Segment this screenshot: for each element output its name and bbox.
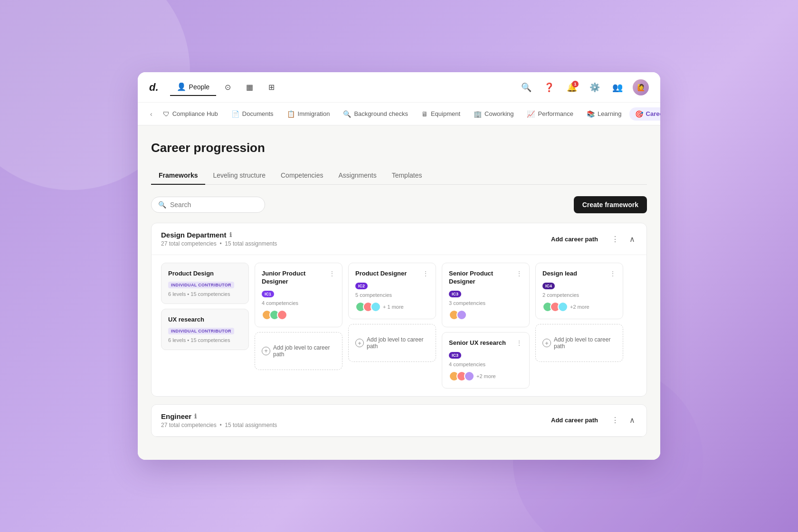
job-sux-title: Senior UX research [449,339,516,347]
job-junior-pd-menu[interactable]: ⋮ [329,270,335,277]
background-icon: 🔍 [343,110,351,118]
ic-badge-spd: IC3 [449,291,461,297]
col-job-3: Senior Product Designer ⋮ IC3 3 competen… [442,263,530,389]
nav-people[interactable]: 👤 People [170,78,217,96]
tab-assignments[interactable]: Assignments [331,167,384,185]
col-job-4: Design lead ⋮ IC4 2 competencies +2 more [535,263,623,389]
dept-engineer-collapse[interactable]: ∧ [627,414,637,427]
job-junior-pd: Junior Product Designer ⋮ IC1 4 competen… [255,263,342,327]
ic-badge-dl: IC4 [542,283,555,289]
sub-nav-background[interactable]: 🔍 Background checks [337,107,413,121]
tab-frameworks[interactable]: Frameworks [151,167,205,185]
job-pd-title: Product Designer [355,270,422,278]
dept-engineer-actions: Add career path ⋮ ∧ [546,414,637,427]
job-dl-more: +2 more [570,304,589,310]
tab-leveling[interactable]: Leveling structure [205,167,273,185]
page-title: Career progression [151,141,647,155]
sub-nav-compliance[interactable]: 🛡 Compliance Hub [157,107,224,121]
documents-icon: 📄 [231,110,239,118]
nav-items: 👤 People ⊙ ▦ ⊞ [170,78,519,96]
ic-badge-sux: IC3 [449,352,461,359]
equipment-icon: 🖥 [421,110,428,118]
sub-nav-performance[interactable]: 📈 Performance [521,107,579,121]
add-circle-icon-2: + [355,339,364,347]
apps-icon: ⊞ [268,83,275,92]
sub-nav-back[interactable]: ‹ [147,108,155,120]
add-job-ux-2[interactable]: + Add job level to career path [348,324,436,362]
search-wrap[interactable]: 🔍 [151,197,265,213]
search-button[interactable]: 🔍 [519,80,534,95]
path-title-product-design: Product Design [168,270,242,277]
dept-engineer-info: Engineer ℹ 27 total competencies • 15 to… [161,412,277,428]
avatar[interactable]: 🙋 [633,79,649,95]
help-button[interactable]: ❓ [542,80,557,95]
job-spd-avatars [449,310,522,320]
dept-design-cards-row: Product Design INDIVIDUAL CONTRIBUTOR 6 … [161,263,637,389]
dept-design-section: Design Department ℹ 27 total competencie… [151,223,647,397]
dept-engineer-info-icon[interactable]: ℹ [194,413,197,420]
performance-icon: 📈 [527,110,535,118]
job-spd-title: Senior Product Designer [449,270,516,286]
dept-engineer-menu[interactable]: ⋮ [608,414,622,427]
sub-nav-career[interactable]: 🎯 Career [629,107,660,121]
dept-design-actions: Add career path ⋮ ∧ [546,233,637,246]
search-input[interactable] [170,201,258,209]
tab-competencies[interactable]: Competencies [273,167,331,185]
avatar-k [558,302,568,312]
toolbar: 🔍 Create framework [151,196,647,213]
sub-nav-coworking[interactable]: 🏢 Coworking [468,107,519,121]
notifications-button[interactable]: 🔔 1 [564,80,580,95]
sub-nav-equipment[interactable]: 🖥 Equipment [416,107,466,121]
job-pd-menu[interactable]: ⋮ [422,270,429,277]
dept-engineer-name: Engineer ℹ [161,412,277,420]
settings-button[interactable]: ⚙️ [587,80,602,95]
path-stats-ux: 6 levels • 15 competencies [168,337,242,343]
job-pd-more: + 1 more [383,304,404,310]
contrib-badge-pd: INDIVIDUAL CONTRIBUTOR [168,282,234,288]
job-sux-menu[interactable]: ⋮ [516,339,522,347]
path-header-product-design: Product Design INDIVIDUAL CONTRIBUTOR 6 … [161,263,249,304]
sub-nav-learning[interactable]: 📚 Learning [581,107,627,121]
avatar-3 [277,310,287,320]
dept-design-name: Design Department ℹ [161,231,277,239]
dept-engineer-header: Engineer ℹ 27 total competencies • 15 to… [152,405,646,437]
dept-design-info: Design Department ℹ 27 total competencie… [161,231,277,247]
col-job-2: Product Designer ⋮ IC2 5 competencies + … [348,263,436,389]
nav-apps[interactable]: ⊞ [262,79,281,95]
main-window: d. 👤 People ⊙ ▦ ⊞ 🔍 ❓ 🔔 [138,72,660,460]
team-button[interactable]: 👥 [610,80,625,95]
notification-badge: 1 [572,81,579,87]
sub-nav-documents[interactable]: 📄 Documents [226,107,279,121]
people-icon: 👤 [177,82,186,91]
add-job-label-3: Add job level to career path [554,336,616,350]
nav-chart[interactable]: ▦ [239,79,260,95]
avatar-c [370,302,381,312]
add-career-path-design[interactable]: Add career path [546,233,603,246]
job-sux-avatars: +2 more [449,371,522,381]
add-job-ux-1[interactable]: + Add job level to career path [255,332,342,370]
sub-nav-immigration[interactable]: 📋 Immigration [281,107,336,121]
nav-finance[interactable]: ⊙ [218,79,238,95]
job-dl-menu[interactable]: ⋮ [609,270,616,277]
tab-templates[interactable]: Templates [384,167,430,185]
add-circle-icon-1: + [262,347,270,355]
top-nav: d. 👤 People ⊙ ▦ ⊞ 🔍 ❓ 🔔 [138,72,660,103]
dept-design-menu[interactable]: ⋮ [608,233,622,246]
compliance-icon: 🛡 [163,110,170,118]
add-career-path-engineer[interactable]: Add career path [546,414,603,427]
sub-nav: ‹ 🛡 Compliance Hub 📄 Documents 📋 Immigra… [138,103,660,125]
create-framework-button[interactable]: Create framework [574,196,647,213]
add-job-ux-3[interactable]: + Add job level to career path [535,324,623,362]
chart-icon: ▦ [246,83,253,92]
add-job-label-2: Add job level to career path [367,336,429,350]
job-design-lead: Design lead ⋮ IC4 2 competencies +2 more [535,263,623,319]
learning-icon: 📚 [587,110,595,118]
job-dl-comps: 2 competencies [542,292,616,298]
dept-engineer-meta: 27 total competencies • 15 total assignm… [161,422,277,428]
dept-design-collapse[interactable]: ∧ [627,233,637,246]
dept-design-info-icon[interactable]: ℹ [229,231,232,238]
job-sux-more: +2 more [476,373,496,379]
path-stats-pd: 6 levels • 15 competencies [168,291,242,297]
job-spd-menu[interactable]: ⋮ [516,270,522,277]
logo: d. [149,81,159,94]
